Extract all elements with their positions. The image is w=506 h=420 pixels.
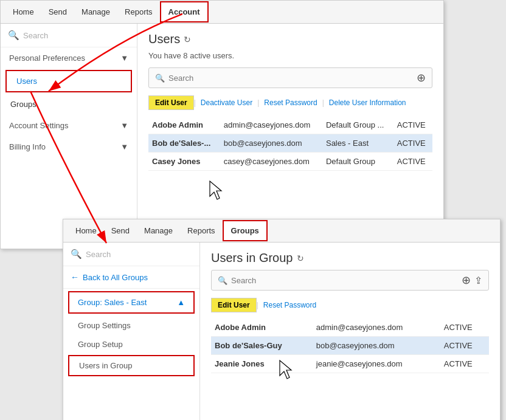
bottom-sidebar-search[interactable]: 🔍 Search	[63, 243, 199, 266]
search-icon-bottom: 🔍	[71, 249, 82, 260]
top-main-content: Users ↻ You have 8 active users. 🔍 ⊕ Edi…	[137, 24, 443, 249]
bottom-search-icon: 🔍	[218, 276, 227, 285]
sidebar-account-settings[interactable]: Account Settings ▼	[1, 115, 137, 136]
user-group: Default Group	[322, 153, 393, 171]
search-icon: 🔍	[8, 30, 19, 41]
back-arrow-icon: ←	[71, 272, 79, 282]
user-email: bob@caseyjones.dom	[220, 134, 322, 153]
refresh-icon[interactable]: ↻	[184, 35, 191, 44]
add-user-group-button[interactable]: ⊕	[462, 274, 471, 287]
top-sidebar-search[interactable]: 🔍 Search	[1, 24, 137, 47]
user-name: Casey Jones	[148, 153, 220, 171]
bottom-search-input[interactable]	[231, 276, 458, 285]
group-user-status: ACTIVE	[440, 355, 489, 373]
sidebar-group-settings[interactable]: Group Settings	[63, 316, 199, 335]
nav-send[interactable]: Send	[41, 2, 74, 21]
reset-password-button[interactable]: Reset Password	[259, 96, 322, 109]
users-table: Adobe Admin admin@caseyjones.dom Default…	[148, 116, 432, 171]
search-icon-main: 🔍	[155, 74, 165, 83]
user-group: Default Group ...	[322, 116, 393, 134]
user-name: Adobe Admin	[148, 116, 220, 134]
table-row[interactable]: Bob de'Sales-... bob@caseyjones.dom Sale…	[148, 134, 432, 153]
delete-user-button[interactable]: Delete User Information	[324, 96, 411, 109]
bottom-window: Home Send Manage Reports Groups 🔍 Search…	[63, 219, 501, 420]
group-user-email: jeanie@caseyjones.dom	[313, 355, 440, 373]
sidebar-search-label: Search	[23, 31, 48, 40]
group-user-name: Bob de'Sales-Guy	[211, 337, 313, 355]
edit-user-button[interactable]: Edit User	[148, 95, 194, 110]
top-search-input[interactable]	[168, 74, 413, 83]
group-user-name: Adobe Admin	[211, 318, 313, 337]
nav-account[interactable]: Account	[160, 1, 209, 22]
active-users-text: You have 8 active users.	[148, 51, 432, 60]
bottom-nav-bar: Home Send Manage Reports Groups	[63, 219, 500, 243]
bottom-nav-reports[interactable]: Reports	[180, 221, 223, 240]
group-user-status: ACTIVE	[440, 337, 489, 355]
group-user-name: Jeanie Jones	[211, 355, 313, 373]
bottom-main-content: Users in Group ↻ 🔍 ⊕ ⇪ Edit User | Reset…	[200, 243, 500, 420]
bottom-nav-send[interactable]: Send	[104, 221, 137, 240]
bottom-edit-user-button[interactable]: Edit User	[211, 298, 257, 312]
nav-manage[interactable]: Manage	[74, 2, 117, 21]
bottom-page-title: Users in Group ↻	[211, 251, 489, 265]
bottom-reset-password-button[interactable]: Reset Password	[258, 298, 321, 312]
user-name: Bob de'Sales-...	[148, 134, 220, 153]
sidebar-personal-preferences[interactable]: Personal Preferences ▼	[1, 47, 137, 69]
bottom-window-body: 🔍 Search ← Back to All Groups Group: Sal…	[63, 243, 500, 420]
sidebar-billing-info[interactable]: Billing Info ▼	[1, 136, 137, 157]
group-user-email: bob@caseyjones.dom	[313, 337, 440, 355]
bottom-action-bar: Edit User | Reset Password	[211, 298, 489, 312]
table-row[interactable]: Casey Jones casey@caseyjones.dom Default…	[148, 153, 432, 171]
deactivate-user-button[interactable]: Deactivate User	[196, 96, 257, 109]
bottom-sidebar: 🔍 Search ← Back to All Groups Group: Sal…	[63, 243, 200, 420]
nav-reports[interactable]: Reports	[117, 2, 160, 21]
add-user-button[interactable]: ⊕	[417, 71, 426, 84]
nav-home[interactable]: Home	[5, 2, 41, 21]
top-window: Home Send Manage Reports Account 🔍 Searc…	[0, 0, 444, 249]
group-user-status: ACTIVE	[440, 318, 489, 337]
bottom-refresh-icon[interactable]: ↻	[297, 253, 304, 263]
top-sidebar: 🔍 Search Personal Preferences ▼ Users Gr…	[1, 24, 137, 249]
user-status: ACTIVE	[393, 116, 432, 134]
bottom-search-bar[interactable]: 🔍 ⊕ ⇪	[211, 270, 489, 291]
group-sales-east[interactable]: Group: Sales - East ▲	[68, 291, 195, 314]
back-to-all-groups[interactable]: ← Back to All Groups	[63, 266, 199, 289]
sidebar-users-in-group[interactable]: Users in Group	[68, 355, 195, 376]
table-row[interactable]: Adobe Admin admin@caseyjones.dom Default…	[148, 116, 432, 134]
bottom-nav-home[interactable]: Home	[68, 221, 104, 240]
table-row[interactable]: Adobe Admin admin@caseyjones.dom ACTIVE	[211, 318, 489, 337]
top-action-bar: Edit User | Deactivate User | Reset Pass…	[148, 95, 432, 110]
table-row[interactable]: Jeanie Jones jeanie@caseyjones.dom ACTIV…	[211, 355, 489, 373]
table-row[interactable]: Bob de'Sales-Guy bob@caseyjones.dom ACTI…	[211, 337, 489, 355]
export-button[interactable]: ⇪	[474, 275, 482, 286]
user-email: casey@caseyjones.dom	[220, 153, 322, 171]
top-page-title: Users ↻	[148, 32, 432, 46]
sidebar-group-setup[interactable]: Group Setup	[63, 335, 199, 354]
user-status: ACTIVE	[393, 153, 432, 171]
sidebar-users[interactable]: Users	[5, 70, 132, 92]
top-nav-bar: Home Send Manage Reports Account	[1, 1, 443, 24]
group-users-table: Adobe Admin admin@caseyjones.dom ACTIVE …	[211, 318, 489, 373]
bottom-sidebar-search-label: Search	[86, 250, 111, 259]
group-user-email: admin@caseyjones.dom	[313, 318, 440, 337]
bottom-nav-manage[interactable]: Manage	[137, 221, 180, 240]
user-email: admin@caseyjones.dom	[220, 116, 322, 134]
user-status: ACTIVE	[393, 134, 432, 153]
bottom-nav-groups[interactable]: Groups	[223, 220, 268, 241]
top-search-bar[interactable]: 🔍 ⊕	[148, 67, 432, 88]
top-window-body: 🔍 Search Personal Preferences ▼ Users Gr…	[1, 24, 443, 249]
user-group: Sales - East	[322, 134, 393, 153]
sidebar-groups[interactable]: Groups	[1, 94, 137, 115]
